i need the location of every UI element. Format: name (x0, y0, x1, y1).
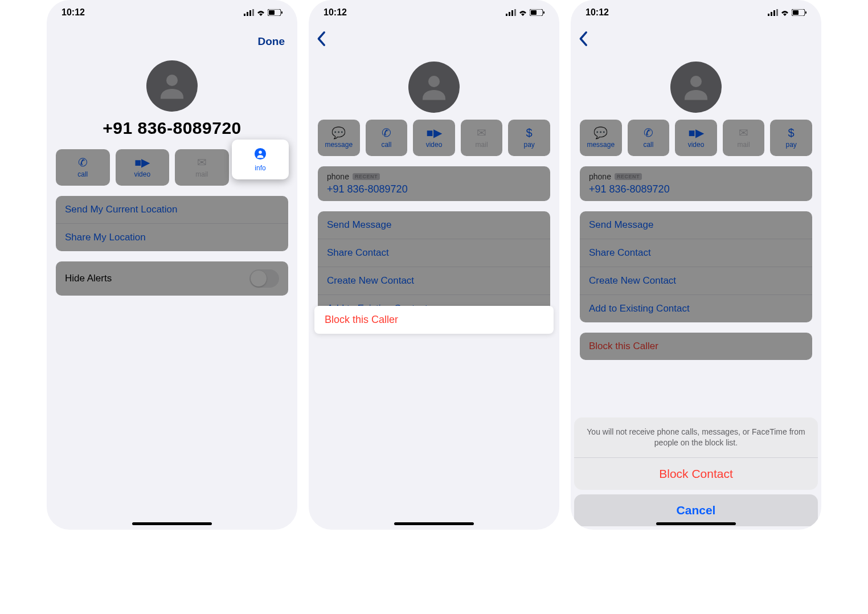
svg-rect-2 (249, 10, 251, 16)
phone-icon: ✆ (382, 127, 391, 138)
phone-label: phone RECENT (327, 172, 541, 181)
create-new-contact-row[interactable]: Create New Contact (580, 267, 812, 295)
back-button[interactable] (578, 31, 590, 47)
share-contact-row[interactable]: Share Contact (318, 239, 550, 267)
block-this-caller-row[interactable]: Block this Caller (314, 306, 554, 334)
svg-rect-10 (506, 14, 507, 16)
svg-rect-5 (269, 10, 275, 15)
cellular-icon (768, 9, 778, 16)
video-button[interactable]: ■▶video (675, 120, 717, 156)
status-time: 10:12 (324, 7, 347, 18)
done-button[interactable]: Done (258, 35, 285, 48)
status-bar: 10:12 (571, 0, 821, 25)
cellular-icon (244, 9, 254, 16)
mail-icon: ✉ (477, 127, 486, 138)
person-icon (679, 70, 713, 104)
recent-badge: RECENT (353, 173, 380, 180)
contact-actions-card: Send Message Share Contact Create New Co… (580, 211, 812, 322)
call-button[interactable]: ✆ call (56, 149, 110, 186)
svg-rect-24 (805, 11, 806, 14)
call-label: call (381, 141, 391, 149)
wifi-icon (780, 9, 789, 16)
info-label: info (255, 164, 265, 172)
share-location-row[interactable]: Share My Location (56, 224, 288, 251)
hide-alerts-card: Hide Alerts (56, 261, 288, 296)
mail-label: mail (195, 170, 208, 178)
send-message-row[interactable]: Send Message (580, 211, 812, 239)
phone-icon: ✆ (78, 157, 88, 168)
avatar (408, 62, 460, 113)
call-button[interactable]: ✆call (366, 120, 408, 156)
phone-icon: ✆ (644, 127, 653, 138)
video-button[interactable]: ■▶video (413, 120, 455, 156)
svg-rect-0 (244, 14, 245, 16)
status-indicators (506, 9, 544, 16)
phone-number[interactable]: +91 836-8089720 (327, 183, 541, 195)
message-icon: 💬 (331, 127, 346, 138)
svg-rect-1 (247, 12, 248, 16)
hide-alerts-row[interactable]: Hide Alerts (56, 261, 288, 296)
share-contact-row[interactable]: Share Contact (580, 239, 812, 267)
message-button[interactable]: 💬message (580, 120, 622, 156)
add-existing-contact-row[interactable]: Add to Existing Contact (580, 295, 812, 322)
send-message-row[interactable]: Send Message (318, 211, 550, 239)
block-contact-button[interactable]: Block Contact (574, 458, 818, 490)
action-row: 💬message ✆call ■▶video ✉mail $pay (571, 120, 821, 156)
contact-number: +91 836-8089720 (47, 118, 297, 138)
home-indicator[interactable] (394, 522, 474, 525)
svg-rect-15 (531, 10, 537, 15)
svg-point-7 (166, 75, 178, 86)
phone-label: phone RECENT (589, 172, 803, 181)
mail-button: ✉ mail (175, 149, 229, 186)
svg-point-25 (690, 76, 702, 87)
svg-point-17 (428, 76, 440, 87)
svg-rect-6 (281, 11, 282, 14)
person-icon (417, 70, 451, 104)
message-label: message (325, 141, 353, 149)
screenshot-panel-2: 10:12 💬message ✆call ■▶video ✉mail $pay … (309, 0, 559, 530)
svg-rect-19 (771, 12, 772, 16)
pay-label: pay (785, 141, 796, 149)
call-button[interactable]: ✆call (628, 120, 670, 156)
home-indicator[interactable] (132, 522, 212, 525)
pay-button[interactable]: $pay (770, 120, 812, 156)
battery-icon (530, 9, 544, 16)
status-bar: 10:12 (47, 0, 297, 25)
create-new-contact-row[interactable]: Create New Contact (318, 267, 550, 295)
pay-label: pay (523, 141, 534, 149)
svg-rect-21 (776, 9, 778, 16)
cancel-button[interactable]: Cancel (574, 494, 818, 526)
svg-rect-13 (514, 9, 516, 16)
video-icon: ■▶ (134, 157, 150, 168)
dollar-icon: $ (788, 127, 795, 138)
status-indicators (768, 9, 806, 16)
phone-card[interactable]: phone RECENT +91 836-8089720 (580, 166, 812, 201)
svg-rect-12 (511, 10, 513, 16)
home-indicator[interactable] (656, 522, 736, 525)
video-label: video (688, 141, 705, 149)
mail-label: mail (738, 141, 750, 149)
svg-rect-3 (252, 9, 254, 16)
message-button[interactable]: 💬message (318, 120, 360, 156)
avatar (146, 60, 198, 112)
video-label: video (426, 141, 443, 149)
mail-button: ✉mail (461, 120, 503, 156)
info-button[interactable]: info (232, 140, 289, 179)
call-label: call (643, 141, 653, 149)
pay-button[interactable]: $pay (508, 120, 550, 156)
back-button[interactable] (316, 31, 328, 47)
hide-alerts-toggle[interactable] (249, 269, 279, 288)
video-button[interactable]: ■▶ video (116, 149, 170, 186)
mail-button: ✉mail (723, 120, 765, 156)
block-card: Block this Caller (580, 333, 812, 360)
svg-point-9 (259, 150, 262, 154)
mail-icon: ✉ (197, 157, 207, 168)
send-location-row[interactable]: Send My Current Location (56, 196, 288, 224)
hide-alerts-label: Hide Alerts (65, 273, 112, 284)
phone-number[interactable]: +91 836-8089720 (589, 183, 803, 195)
mail-icon: ✉ (739, 127, 748, 138)
phone-card[interactable]: phone RECENT +91 836-8089720 (318, 166, 550, 201)
block-this-caller-row[interactable]: Block this Caller (580, 333, 812, 360)
info-icon (254, 148, 267, 162)
recent-badge: RECENT (615, 173, 642, 180)
